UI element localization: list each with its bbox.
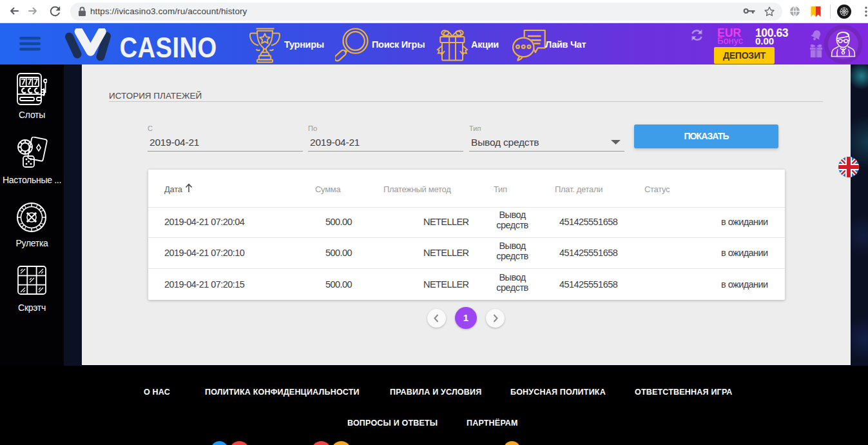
svg-text:CASINO: CASINO <box>120 31 217 61</box>
